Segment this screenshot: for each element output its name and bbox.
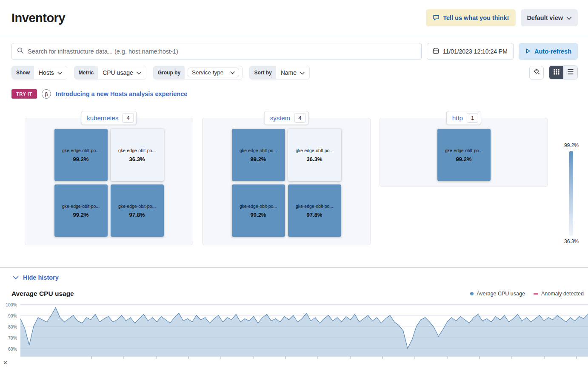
hosts-analysis-link[interactable]: Introducing a new Hosts analysis experie… — [56, 91, 187, 97]
page-header: Inventory Tell us what you think! Defaul… — [0, 0, 588, 35]
metric-filter-value: CPU usage — [103, 69, 133, 76]
waffle-map: kubernetes4gke-edge-oblt-po...99.2%gke-e… — [0, 99, 588, 245]
chevron-down-icon — [300, 69, 305, 76]
host-tile[interactable]: gke-edge-oblt-po...99.2% — [54, 184, 108, 237]
fill-color-button[interactable] — [529, 66, 544, 79]
show-filter-value: Hosts — [39, 69, 54, 76]
chevron-down-icon — [230, 69, 235, 76]
host-metric-value: 97.8% — [307, 212, 323, 218]
host-metric-value: 99.2% — [251, 212, 266, 218]
grid-view-button[interactable] — [549, 66, 563, 79]
group-panel: gke-edge-oblt-po...99.2% — [380, 118, 548, 187]
cpu-history-chart — [20, 304, 588, 360]
host-tile[interactable]: gke-edge-oblt-po...99.2% — [232, 129, 285, 181]
beta-icon: β — [42, 89, 51, 99]
page-title: Inventory — [11, 11, 65, 25]
chevron-down-icon — [566, 14, 572, 21]
show-filter[interactable]: Show Hosts — [11, 66, 67, 79]
host-metric-value: 99.2% — [251, 156, 266, 162]
host-metric-value: 99.2% — [456, 156, 472, 162]
metric-filter[interactable]: Metric CPU usage — [74, 66, 146, 79]
view-controls — [529, 65, 578, 79]
host-name: gke-edge-oblt-po... — [62, 204, 100, 209]
host-tile[interactable]: gke-edge-oblt-po...97.8% — [288, 184, 341, 237]
host-metric-value: 99.2% — [73, 212, 89, 218]
chart-header: Average CPU usage Average CPU usage Anom… — [0, 286, 588, 298]
default-view-button[interactable]: Default view — [521, 9, 578, 26]
group-name[interactable]: http — [447, 111, 465, 125]
group-by-filter-label: Group by — [154, 66, 185, 79]
feedback-button[interactable]: Tell us what you think! — [426, 9, 516, 26]
grid-view-icon — [554, 69, 559, 76]
group-name[interactable]: kubernetes — [81, 111, 121, 125]
host-tile[interactable]: gke-edge-oblt-po...36.3% — [288, 129, 341, 181]
legend-anomaly[interactable]: Anomaly detected — [534, 291, 584, 297]
y-axis-tick-label: 80% — [8, 324, 17, 329]
group-by-filter[interactable]: Group by Service type — [153, 66, 243, 79]
datetime-value: 11/01/2023 12:10:24 PM — [443, 48, 508, 55]
inventory-page: Inventory Tell us what you think! Defaul… — [0, 0, 588, 377]
auto-refresh-button[interactable]: Auto-refresh — [519, 43, 578, 60]
scale-gradient-bar — [569, 151, 573, 236]
hide-history-toggle[interactable]: Hide history — [0, 268, 588, 286]
view-selector-label: Default view — [527, 14, 563, 21]
group-label[interactable]: http1 — [446, 111, 481, 125]
cpu-history-section: Average CPU usage Average CPU usage Anom… — [0, 286, 588, 360]
fill-color-icon — [533, 68, 540, 77]
search-input[interactable] — [28, 48, 416, 55]
legend-average-cpu[interactable]: Average CPU usage — [470, 291, 525, 297]
group-panel: gke-edge-oblt-po...99.2%gke-edge-oblt-po… — [25, 118, 193, 245]
host-tile[interactable]: gke-edge-oblt-po...36.3% — [111, 129, 164, 181]
group-by-filter-value: Service type — [192, 69, 223, 76]
host-metric-value: 99.2% — [73, 156, 89, 162]
calendar-icon — [433, 48, 439, 55]
host-metric-value: 36.3% — [307, 156, 323, 162]
group-name[interactable]: system — [265, 111, 293, 125]
group-panel: gke-edge-oblt-po...99.2%gke-edge-oblt-po… — [202, 118, 371, 245]
date-picker-button[interactable]: 11/01/2023 12:10:24 PM — [427, 43, 514, 60]
hide-history-label: Hide history — [23, 274, 59, 281]
search-input-wrapper — [11, 43, 422, 60]
host-tile[interactable]: gke-edge-oblt-po...99.2% — [54, 129, 108, 181]
host-name: gke-edge-oblt-po... — [118, 204, 156, 209]
close-icon[interactable]: ✕ — [3, 360, 8, 366]
host-metric-value: 36.3% — [129, 156, 145, 162]
sort-by-filter[interactable]: Sort by Name — [249, 66, 310, 79]
host-name: gke-edge-oblt-po... — [445, 148, 482, 153]
host-group-kubernetes: kubernetes4gke-edge-oblt-po...99.2%gke-e… — [25, 118, 193, 245]
host-metric-value: 97.8% — [129, 212, 145, 218]
search-toolbar: 11/01/2023 12:10:24 PM Auto-refresh — [0, 35, 588, 60]
try-it-badge[interactable]: TRY IT — [11, 89, 37, 99]
legend-dot-icon — [470, 292, 474, 295]
host-name: gke-edge-oblt-po... — [118, 148, 156, 153]
legend-dash-icon — [534, 293, 538, 295]
host-name: gke-edge-oblt-po... — [240, 148, 277, 153]
legend-average-cpu-label: Average CPU usage — [477, 291, 525, 297]
sort-by-filter-label: Sort by — [250, 66, 276, 79]
group-label[interactable]: system4 — [264, 111, 309, 125]
chevron-down-icon — [57, 69, 62, 76]
host-tile[interactable]: gke-edge-oblt-po...97.8% — [111, 184, 164, 237]
show-filter-label: Show — [12, 66, 34, 79]
chart-area: 100%90%80%70%60% — [0, 304, 588, 360]
y-axis-tick-label: 70% — [8, 335, 17, 340]
auto-refresh-label: Auto-refresh — [534, 48, 571, 55]
sort-by-filter-value: Name — [281, 69, 297, 76]
host-group-http: http1gke-edge-oblt-po...99.2% — [380, 118, 548, 245]
scale-max-label: 99.2% — [564, 142, 579, 148]
table-view-icon — [568, 69, 574, 76]
host-name: gke-edge-oblt-po... — [240, 204, 277, 209]
host-tile[interactable]: gke-edge-oblt-po...99.2% — [437, 129, 491, 181]
header-actions: Tell us what you think! Default view — [426, 9, 578, 26]
group-by-select[interactable]: Service type — [188, 68, 239, 77]
y-axis-tick-label: 90% — [8, 313, 17, 318]
host-tile[interactable]: gke-edge-oblt-po...99.2% — [232, 184, 285, 237]
group-label[interactable]: kubernetes4 — [81, 111, 137, 125]
chart-title: Average CPU usage — [11, 290, 74, 298]
chevron-down-icon — [137, 69, 141, 76]
search-icon — [17, 47, 24, 56]
chart-legend: Average CPU usage Anomaly detected — [470, 291, 584, 297]
host-name: gke-edge-oblt-po... — [62, 148, 100, 153]
table-view-button[interactable] — [563, 66, 577, 79]
y-axis-tick-label: 60% — [8, 346, 17, 351]
